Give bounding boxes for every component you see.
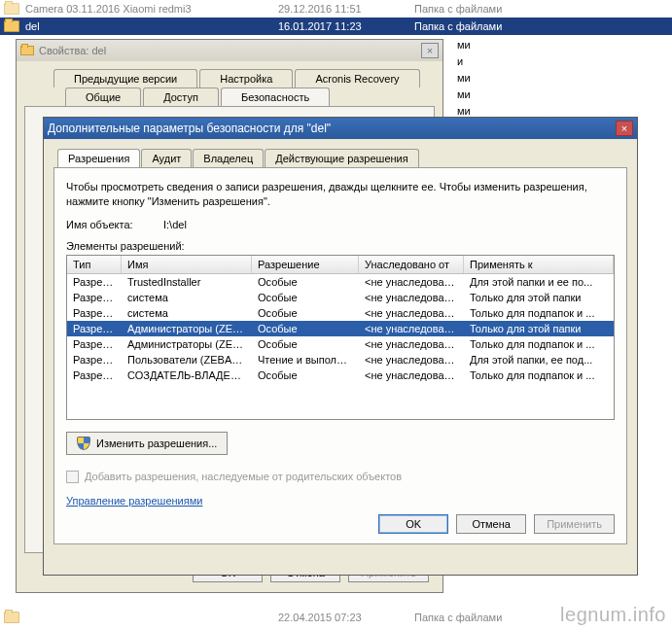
change-permissions-button[interactable]: Изменить разрешения...: [66, 432, 228, 455]
folder-icon: [4, 612, 19, 623]
cell-type: Разреш...: [67, 336, 122, 352]
permission-row[interactable]: Разреш...TrustedInstallerОсобые<не унасл…: [67, 274, 614, 290]
cell-perm: Особые: [252, 290, 359, 305]
file-name: Camera 03.11.2016 Xiaomi redmi3: [25, 3, 278, 15]
permissions-list[interactable]: Тип Имя Разрешение Унаследовано от Приме…: [66, 255, 615, 420]
cell-type: Разреш...: [67, 274, 122, 290]
tabs-row-2: Общие Доступ Безопасность: [65, 88, 435, 106]
cell-app: Для этой папки, ее под...: [464, 352, 614, 368]
tab-acronis[interactable]: Acronis Recovery: [295, 69, 419, 88]
tab-security[interactable]: Безопасность: [221, 88, 330, 106]
col-type[interactable]: Тип: [67, 256, 122, 273]
advanced-security-window: Дополнительные параметры безопасности дл…: [43, 117, 638, 576]
bg-fragments: ми и ми ми ми: [457, 37, 471, 120]
cell-type: Разреш...: [67, 352, 122, 368]
permission-row[interactable]: Разреш...Администраторы (ZEBA...Особые<н…: [67, 321, 614, 336]
cell-app: Только для подпапок и ...: [464, 368, 614, 383]
cell-type: Разреш...: [67, 290, 122, 305]
cell-perm: Чтение и выполне...: [252, 352, 359, 368]
change-permissions-label: Изменить разрешения...: [96, 438, 217, 449]
cell-perm: Особые: [252, 305, 359, 321]
manage-permissions-link[interactable]: Управление разрешениями: [66, 495, 202, 507]
permission-row[interactable]: Разреш...системаОсобые<не унаследовано>Т…: [67, 290, 614, 305]
cell-name: система: [122, 290, 252, 305]
list-label: Элементы разрешений:: [66, 240, 615, 252]
inherit-label: Добавить разрешения, наследуемые от роди…: [85, 471, 402, 482]
permissions-header[interactable]: Тип Имя Разрешение Унаследовано от Приме…: [67, 256, 614, 274]
col-permission[interactable]: Разрешение: [252, 256, 359, 273]
file-date: 29.12.2016 11:51: [278, 3, 414, 15]
tab-customize[interactable]: Настройка: [199, 69, 293, 88]
permission-row[interactable]: Разреш...Пользователи (ZEBAS-...Чтение и…: [67, 352, 614, 368]
folder-icon: [20, 46, 34, 55]
col-inherited[interactable]: Унаследовано от: [359, 256, 464, 273]
tab-sharing[interactable]: Доступ: [143, 88, 219, 106]
cell-inh: <не унаследовано>: [359, 368, 464, 383]
file-date: 16.01.2017 11:23: [278, 20, 414, 32]
permission-row[interactable]: Разреш...СОЗДАТЕЛЬ-ВЛАДЕЛЕЦОсобые<не уна…: [67, 368, 614, 383]
cell-name: TrustedInstaller: [122, 274, 252, 290]
cell-name: СОЗДАТЕЛЬ-ВЛАДЕЛЕЦ: [122, 368, 252, 383]
object-row: Имя объекта: I:\del: [66, 219, 615, 230]
object-value: I:\del: [163, 219, 187, 230]
tab-effective[interactable]: Действующие разрешения: [265, 149, 418, 167]
window-title: Свойства: del: [39, 45, 421, 56]
adv-panel: Чтобы просмотреть сведения о записи разр…: [53, 167, 627, 544]
shield-icon: [77, 437, 90, 450]
ok-button[interactable]: OK: [378, 514, 448, 534]
permission-row[interactable]: Разреш...Администраторы (ZEBA...Особые<н…: [67, 336, 614, 352]
file-name: del: [25, 20, 278, 32]
cell-perm: Особые: [252, 274, 359, 290]
cell-name: система: [122, 305, 252, 321]
cancel-button[interactable]: Отмена: [456, 514, 526, 534]
close-icon[interactable]: ×: [616, 121, 633, 136]
tab-permissions[interactable]: Разрешения: [57, 149, 140, 167]
adv-tabs: Разрешения Аудит Владелец Действующие ра…: [57, 149, 627, 167]
cell-app: Только для этой папки: [464, 321, 614, 336]
adv-titlebar[interactable]: Дополнительные параметры безопасности дл…: [44, 118, 637, 139]
tab-prev-versions[interactable]: Предыдущие версии: [53, 69, 197, 88]
cell-inh: <не унаследовано>: [359, 336, 464, 352]
file-type: Папка с файлами: [414, 3, 672, 15]
tab-general[interactable]: Общие: [65, 88, 141, 106]
checkbox-icon[interactable]: [66, 471, 79, 483]
cell-type: Разреш...: [67, 321, 122, 336]
cell-name: Пользователи (ZEBAS-...: [122, 352, 252, 368]
cell-name: Администраторы (ZEBA...: [122, 321, 252, 336]
cell-perm: Особые: [252, 321, 359, 336]
cell-type: Разреш...: [67, 368, 122, 383]
file-type: Папка с файлами: [414, 20, 672, 32]
watermark: legnum.info: [560, 604, 666, 626]
tab-owner[interactable]: Владелец: [193, 149, 264, 167]
explorer-bottom-row: 22.04.2015 07:23 Папка с файлами: [4, 609, 502, 626]
permissions-body: Разреш...TrustedInstallerОсобые<не унасл…: [67, 274, 614, 383]
cell-inh: <не унаследовано>: [359, 305, 464, 321]
col-applies[interactable]: Применять к: [464, 256, 614, 273]
permission-row[interactable]: Разреш...системаОсобые<не унаследовано>Т…: [67, 305, 614, 321]
apply-button[interactable]: Применить: [534, 514, 615, 534]
adv-window-title: Дополнительные параметры безопасности дл…: [48, 122, 616, 135]
cell-inh: <не унаследовано>: [359, 352, 464, 368]
folder-icon: [4, 3, 19, 15]
cell-type: Разреш...: [67, 305, 122, 321]
cell-app: Только для подпапок и ...: [464, 305, 614, 321]
cell-app: Для этой папки и ее по...: [464, 274, 614, 290]
folder-icon: [4, 20, 19, 32]
file-row[interactable]: Camera 03.11.2016 Xiaomi redmi3 29.12.20…: [0, 0, 672, 18]
cell-name: Администраторы (ZEBA...: [122, 336, 252, 352]
properties-titlebar[interactable]: Свойства: del ×: [17, 40, 442, 61]
cell-inh: <не унаследовано>: [359, 290, 464, 305]
description-text: Чтобы просмотреть сведения о записи разр…: [66, 180, 615, 209]
col-name[interactable]: Имя: [122, 256, 252, 273]
cell-perm: Особые: [252, 368, 359, 383]
close-icon[interactable]: ×: [421, 43, 439, 58]
object-label: Имя объекта:: [66, 219, 163, 230]
cell-perm: Особые: [252, 336, 359, 352]
adv-buttons: OK Отмена Применить: [378, 514, 615, 534]
tab-audit[interactable]: Аудит: [141, 149, 192, 167]
file-row-selected[interactable]: del 16.01.2017 11:23 Папка с файлами: [0, 18, 672, 35]
inherit-checkbox-row[interactable]: Добавить разрешения, наследуемые от роди…: [66, 471, 615, 483]
tabs-row-1: Предыдущие версии Настройка Acronis Reco…: [53, 69, 435, 88]
cell-app: Только для подпапок и ...: [464, 336, 614, 352]
cell-app: Только для этой папки: [464, 290, 614, 305]
